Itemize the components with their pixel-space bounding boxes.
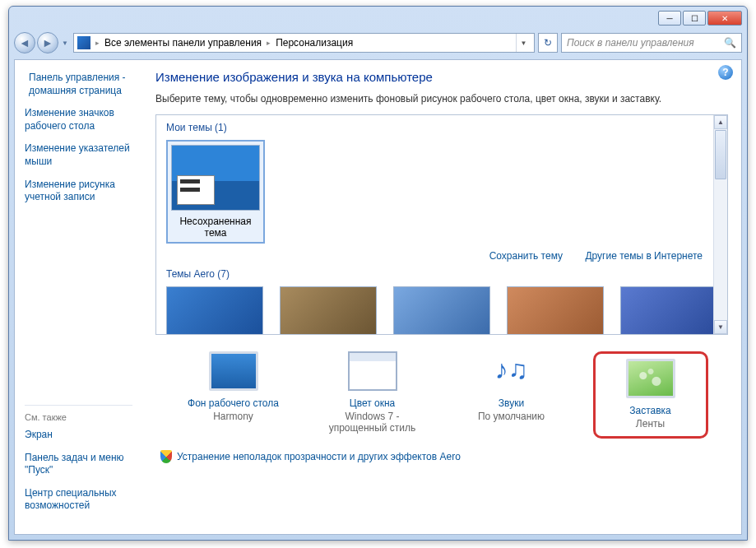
sounds-label: Звуки [454, 397, 569, 409]
breadcrumb-item-1[interactable]: Все элементы панели управления [104, 37, 262, 49]
search-placeholder: Поиск в панели управления [567, 37, 694, 49]
page-description: Выберите тему, чтобы одновременно измени… [155, 92, 728, 106]
desktop-bg-label: Фон рабочего стола [176, 397, 291, 409]
scroll-up-button[interactable]: ▲ [714, 115, 727, 129]
control-panel-home-link[interactable]: Панель управления - домашняя страница [25, 72, 132, 97]
page-title: Изменение изображения и звука на компьют… [155, 70, 728, 84]
search-input[interactable]: Поиск в панели управления 🔍 [561, 33, 742, 53]
save-theme-link[interactable]: Сохранить тему [489, 250, 563, 262]
minimize-button[interactable]: ─ [658, 11, 681, 26]
theme-preview [171, 145, 260, 211]
window-frame: ─ ☐ ✕ ◄ ► ▼ ▸ Все элементы панели управл… [8, 6, 748, 541]
screensaver-label: Заставка [604, 405, 698, 416]
forward-button[interactable]: ► [37, 32, 58, 53]
scroll-down-button[interactable]: ▼ [714, 320, 727, 334]
aero-troubleshoot-link[interactable]: Устранение неполадок прозрачности и друг… [155, 445, 728, 463]
breadcrumb-sep-icon: ▸ [267, 39, 271, 47]
aero-troubleshoot-label: Устранение неполадок прозрачности и друг… [177, 451, 461, 462]
theme-item-unsaved[interactable]: Несохраненная тема [166, 140, 265, 244]
aero-theme-item[interactable] [507, 286, 604, 335]
desktop-background-button[interactable]: Фон рабочего стола Harmony [176, 351, 291, 422]
shield-icon [160, 450, 172, 463]
aero-themes-row [166, 286, 717, 335]
scrollbar[interactable]: ▲ ▼ [713, 115, 727, 334]
themes-listbox: Мои темы (1) Несохраненная тема Сохранит… [155, 114, 728, 335]
my-themes-label: Мои темы (1) [166, 122, 717, 133]
back-button[interactable]: ◄ [14, 32, 35, 53]
titlebar: ─ ☐ ✕ [9, 7, 747, 30]
window-color-label: Цвет окна [315, 397, 430, 409]
aero-theme-item[interactable] [166, 286, 263, 335]
search-icon[interactable]: 🔍 [724, 37, 736, 49]
see-also-heading: См. также [25, 405, 132, 422]
screensaver-value: Ленты [604, 418, 698, 430]
nav-history-dropdown[interactable]: ▼ [60, 32, 70, 53]
sounds-value: По умолчанию [454, 411, 569, 422]
window-color-value: Windows 7 - упрощенный стиль [315, 411, 430, 434]
aero-theme-item[interactable] [620, 286, 717, 335]
see-also-taskbar[interactable]: Панель задач и меню "Пуск" [25, 452, 132, 477]
aero-theme-item[interactable] [280, 286, 377, 335]
desktop-bg-icon [209, 351, 258, 391]
breadcrumb-sep-icon: ▸ [95, 39, 100, 47]
sidebar-link-desktop-icons[interactable]: Изменение значков рабочего стола [25, 107, 132, 132]
window-color-icon [348, 351, 397, 391]
screensaver-button[interactable]: Заставка Ленты [593, 351, 708, 439]
sidebar: Панель управления - домашняя страница Из… [15, 60, 142, 534]
sounds-button[interactable]: Звуки По умолчанию [454, 351, 569, 422]
control-panel-icon [77, 36, 90, 49]
aero-theme-item[interactable] [393, 286, 490, 335]
maximize-button[interactable]: ☐ [683, 11, 706, 26]
breadcrumb-item-2[interactable]: Персонализация [276, 37, 353, 49]
nav-arrows: ◄ ► ▼ [14, 32, 70, 53]
content-area: Панель управления - домашняя страница Из… [14, 59, 742, 535]
navbar: ◄ ► ▼ ▸ Все элементы панели управления ▸… [14, 30, 742, 56]
online-themes-link[interactable]: Другие темы в Интернете [585, 250, 703, 262]
aero-themes-label: Темы Aero (7) [166, 268, 717, 280]
see-also-display[interactable]: Экран [25, 429, 132, 442]
theme-actions: Сохранить тему Другие темы в Интернете [166, 250, 703, 262]
main-panel: ? Изменение изображения и звука на компь… [142, 60, 741, 534]
theme-label: Несохраненная тема [171, 216, 260, 239]
window-color-button[interactable]: Цвет окна Windows 7 - упрощенный стиль [315, 351, 430, 434]
screensaver-icon [626, 359, 675, 398]
personalization-options: Фон рабочего стола Harmony Цвет окна Win… [155, 335, 728, 445]
address-dropdown[interactable]: ▼ [516, 34, 531, 52]
close-button[interactable]: ✕ [707, 11, 742, 26]
see-also-ease-of-access[interactable]: Центр специальных возможностей [25, 487, 132, 513]
desktop-bg-value: Harmony [176, 411, 291, 422]
scroll-thumb[interactable] [715, 130, 726, 179]
help-icon[interactable]: ? [718, 65, 733, 80]
sidebar-link-mouse-pointers[interactable]: Изменение указателей мыши [25, 142, 132, 168]
sidebar-link-account-picture[interactable]: Изменение рисунка учетной записи [25, 179, 132, 204]
address-bar[interactable]: ▸ Все элементы панели управления ▸ Персо… [73, 33, 535, 53]
sounds-icon [487, 351, 536, 391]
refresh-button[interactable]: ↻ [538, 33, 558, 53]
